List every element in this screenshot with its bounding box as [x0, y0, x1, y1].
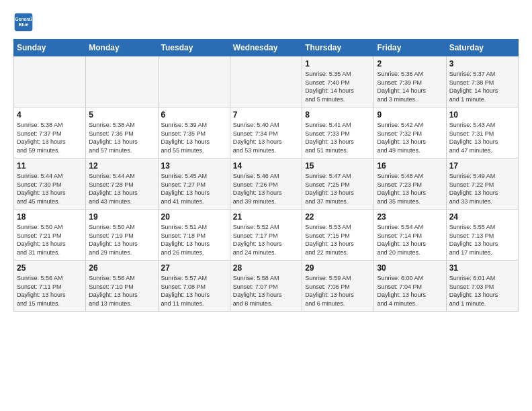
day-info: Sunrise: 5:55 AM Sunset: 7:13 PM Dayligh…	[449, 223, 515, 257]
calendar-cell: 21Sunrise: 5:52 AM Sunset: 7:17 PM Dayli…	[230, 210, 302, 261]
day-number: 9	[377, 110, 443, 120]
day-number: 17	[449, 161, 515, 171]
weekday-header-saturday: Saturday	[446, 40, 518, 56]
calendar-cell: 4Sunrise: 5:38 AM Sunset: 7:37 PM Daylig…	[14, 107, 86, 158]
calendar-cell: 11Sunrise: 5:44 AM Sunset: 7:30 PM Dayli…	[14, 158, 86, 210]
logo: General Blue	[13, 12, 36, 32]
calendar-cell: 25Sunrise: 5:56 AM Sunset: 7:11 PM Dayli…	[14, 261, 86, 312]
day-info: Sunrise: 5:47 AM Sunset: 7:25 PM Dayligh…	[305, 172, 371, 205]
day-number: 11	[17, 161, 83, 171]
calendar-cell: 9Sunrise: 5:42 AM Sunset: 7:32 PM Daylig…	[374, 107, 446, 158]
day-number: 4	[17, 110, 83, 120]
day-info: Sunrise: 5:46 AM Sunset: 7:26 PM Dayligh…	[233, 172, 299, 205]
calendar-cell: 1Sunrise: 5:35 AM Sunset: 7:40 PM Daylig…	[302, 56, 374, 107]
day-info: Sunrise: 5:49 AM Sunset: 7:22 PM Dayligh…	[449, 172, 515, 205]
day-info: Sunrise: 5:40 AM Sunset: 7:34 PM Dayligh…	[233, 121, 299, 154]
weekday-header-wednesday: Wednesday	[230, 40, 302, 56]
day-number: 26	[89, 263, 154, 273]
calendar-cell: 16Sunrise: 5:48 AM Sunset: 7:23 PM Dayli…	[374, 158, 446, 210]
calendar-cell	[230, 56, 302, 107]
day-info: Sunrise: 6:01 AM Sunset: 7:03 PM Dayligh…	[449, 274, 515, 308]
day-number: 14	[233, 161, 299, 171]
day-number: 23	[377, 212, 443, 222]
calendar-cell: 2Sunrise: 5:36 AM Sunset: 7:39 PM Daylig…	[374, 56, 446, 107]
day-info: Sunrise: 5:39 AM Sunset: 7:35 PM Dayligh…	[161, 121, 227, 154]
calendar-cell: 3Sunrise: 5:37 AM Sunset: 7:38 PM Daylig…	[446, 56, 518, 107]
day-info: Sunrise: 5:43 AM Sunset: 7:31 PM Dayligh…	[449, 121, 515, 154]
day-number: 18	[17, 212, 83, 222]
calendar-cell: 24Sunrise: 5:55 AM Sunset: 7:13 PM Dayli…	[446, 210, 518, 261]
day-number: 27	[161, 263, 227, 273]
svg-text:Blue: Blue	[19, 22, 29, 27]
day-info: Sunrise: 5:42 AM Sunset: 7:32 PM Dayligh…	[377, 121, 443, 154]
calendar-cell: 13Sunrise: 5:45 AM Sunset: 7:27 PM Dayli…	[158, 158, 230, 210]
calendar-cell: 10Sunrise: 5:43 AM Sunset: 7:31 PM Dayli…	[446, 107, 518, 158]
day-number: 13	[161, 161, 227, 171]
weekday-header-monday: Monday	[86, 40, 158, 56]
weekday-header-tuesday: Tuesday	[158, 40, 230, 56]
day-number: 5	[89, 110, 154, 120]
day-info: Sunrise: 5:38 AM Sunset: 7:36 PM Dayligh…	[89, 121, 154, 154]
day-info: Sunrise: 5:37 AM Sunset: 7:38 PM Dayligh…	[449, 70, 515, 103]
day-number: 2	[377, 59, 443, 68]
calendar-cell: 15Sunrise: 5:47 AM Sunset: 7:25 PM Dayli…	[302, 158, 374, 210]
day-info: Sunrise: 5:38 AM Sunset: 7:37 PM Dayligh…	[17, 121, 83, 154]
day-number: 7	[233, 110, 299, 120]
day-number: 3	[449, 59, 515, 68]
calendar-cell: 20Sunrise: 5:51 AM Sunset: 7:18 PM Dayli…	[158, 210, 230, 261]
day-info: Sunrise: 6:00 AM Sunset: 7:04 PM Dayligh…	[377, 274, 443, 308]
day-info: Sunrise: 5:51 AM Sunset: 7:18 PM Dayligh…	[161, 223, 227, 257]
calendar-cell: 19Sunrise: 5:50 AM Sunset: 7:19 PM Dayli…	[86, 210, 158, 261]
day-number: 6	[161, 110, 227, 120]
calendar-cell: 7Sunrise: 5:40 AM Sunset: 7:34 PM Daylig…	[230, 107, 302, 158]
day-info: Sunrise: 5:48 AM Sunset: 7:23 PM Dayligh…	[377, 172, 443, 205]
weekday-header-thursday: Thursday	[302, 40, 374, 56]
day-number: 31	[449, 263, 515, 273]
day-info: Sunrise: 5:58 AM Sunset: 7:07 PM Dayligh…	[233, 274, 299, 308]
day-number: 1	[305, 59, 371, 68]
calendar-cell: 17Sunrise: 5:49 AM Sunset: 7:22 PM Dayli…	[446, 158, 518, 210]
day-info: Sunrise: 5:59 AM Sunset: 7:06 PM Dayligh…	[305, 274, 371, 308]
calendar-cell: 8Sunrise: 5:41 AM Sunset: 7:33 PM Daylig…	[302, 107, 374, 158]
calendar-cell	[14, 56, 86, 107]
day-number: 20	[161, 212, 227, 222]
day-number: 16	[377, 161, 443, 171]
calendar-cell: 30Sunrise: 6:00 AM Sunset: 7:04 PM Dayli…	[374, 261, 446, 312]
calendar-cell: 29Sunrise: 5:59 AM Sunset: 7:06 PM Dayli…	[302, 261, 374, 312]
day-number: 12	[89, 161, 154, 171]
day-number: 29	[305, 263, 371, 273]
day-number: 22	[305, 212, 371, 222]
day-number: 10	[449, 110, 515, 120]
day-info: Sunrise: 5:54 AM Sunset: 7:14 PM Dayligh…	[377, 223, 443, 257]
weekday-header-sunday: Sunday	[14, 40, 86, 56]
day-info: Sunrise: 5:50 AM Sunset: 7:21 PM Dayligh…	[17, 223, 83, 257]
svg-text:General: General	[15, 17, 32, 21]
day-info: Sunrise: 5:53 AM Sunset: 7:15 PM Dayligh…	[305, 223, 371, 257]
day-number: 30	[377, 263, 443, 273]
calendar-cell: 22Sunrise: 5:53 AM Sunset: 7:15 PM Dayli…	[302, 210, 374, 261]
calendar-table: SundayMondayTuesdayWednesdayThursdayFrid…	[13, 39, 519, 312]
day-info: Sunrise: 5:56 AM Sunset: 7:10 PM Dayligh…	[89, 274, 154, 308]
day-info: Sunrise: 5:35 AM Sunset: 7:40 PM Dayligh…	[305, 70, 371, 103]
day-info: Sunrise: 5:44 AM Sunset: 7:30 PM Dayligh…	[17, 172, 83, 205]
logo-icon: General Blue	[13, 12, 34, 32]
calendar-cell: 26Sunrise: 5:56 AM Sunset: 7:10 PM Dayli…	[86, 261, 158, 312]
day-number: 21	[233, 212, 299, 222]
calendar-cell: 23Sunrise: 5:54 AM Sunset: 7:14 PM Dayli…	[374, 210, 446, 261]
day-number: 24	[449, 212, 515, 222]
day-number: 28	[233, 263, 299, 273]
day-info: Sunrise: 5:57 AM Sunset: 7:08 PM Dayligh…	[161, 274, 227, 308]
day-info: Sunrise: 5:56 AM Sunset: 7:11 PM Dayligh…	[17, 274, 83, 308]
page-header: General Blue	[13, 12, 519, 32]
calendar-cell: 18Sunrise: 5:50 AM Sunset: 7:21 PM Dayli…	[14, 210, 86, 261]
calendar-cell: 14Sunrise: 5:46 AM Sunset: 7:26 PM Dayli…	[230, 158, 302, 210]
calendar-cell: 12Sunrise: 5:44 AM Sunset: 7:28 PM Dayli…	[86, 158, 158, 210]
calendar-cell	[158, 56, 230, 107]
weekday-header-friday: Friday	[374, 40, 446, 56]
day-info: Sunrise: 5:41 AM Sunset: 7:33 PM Dayligh…	[305, 121, 371, 154]
day-info: Sunrise: 5:52 AM Sunset: 7:17 PM Dayligh…	[233, 223, 299, 257]
day-info: Sunrise: 5:45 AM Sunset: 7:27 PM Dayligh…	[161, 172, 227, 205]
calendar-cell: 31Sunrise: 6:01 AM Sunset: 7:03 PM Dayli…	[446, 261, 518, 312]
calendar-cell: 28Sunrise: 5:58 AM Sunset: 7:07 PM Dayli…	[230, 261, 302, 312]
day-number: 25	[17, 263, 83, 273]
